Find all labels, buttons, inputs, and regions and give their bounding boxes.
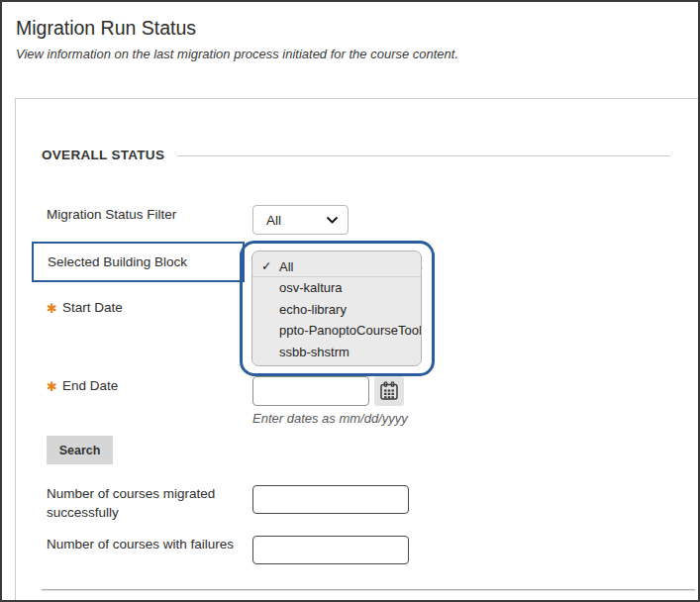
search-button[interactable]: Search [47,436,113,464]
end-date-calendar-button[interactable] [374,376,404,406]
menu-item-label: All [279,259,293,274]
section-divider [177,155,670,156]
section-heading: OVERALL STATUS [42,148,164,162]
section-header: OVERALL STATUS [42,148,670,162]
end-date-label: End Date [62,378,118,393]
courses-migrated-input[interactable] [252,485,409,514]
menu-item-label: ppto-PanoptoCourseTool [279,323,422,338]
menu-item-echo-library[interactable]: echo-library [252,299,421,320]
migration-status-selected-value: All [266,213,281,228]
courses-failures-label: Number of courses with failures [47,537,234,552]
page-title: Migration Run Status [16,17,196,40]
check-icon: ✓ [261,256,271,277]
required-icon: ✱ [47,379,57,394]
bottom-divider [42,589,695,590]
date-format-hint: Enter dates as mm/dd/yyyy [252,411,408,426]
required-icon: ✱ [47,301,57,316]
building-block-dropdown-menu: ✓ All osv-kaltura echo-library ppto-Pano… [251,251,422,366]
start-date-label: Start Date [62,300,123,315]
menu-item-ssbb-shstrm[interactable]: ssbb-shstrm [252,342,421,362]
chevron-down-icon [327,217,338,224]
menu-item-ppto-panoptocoursetool[interactable]: ppto-PanoptoCourseTool [252,320,421,341]
menu-item-label: echo-library [279,302,347,317]
end-date-input[interactable] [252,376,369,406]
menu-item-label: osv-kaltura [279,280,343,295]
migration-status-filter-label: Migration Status Filter [47,207,176,222]
calendar-icon [378,380,400,402]
selected-building-block-highlight: Selected Building Block [32,242,245,282]
courses-failures-input[interactable] [252,536,409,564]
menu-item-label: ssbb-shstrm [279,345,350,359]
courses-migrated-label: Number of courses migrated successfully [47,485,250,522]
migration-run-status-page: Migration Run Status View information on… [0,0,700,602]
page-subtitle: View information on the last migration p… [16,47,458,61]
menu-item-osv-kaltura[interactable]: osv-kaltura [252,277,421,298]
migration-status-select[interactable]: All [252,205,349,235]
selected-building-block-label: Selected Building Block [48,254,187,269]
menu-item-all[interactable]: ✓ All [252,256,421,277]
building-block-dropdown-callout: ✓ All osv-kaltura echo-library ppto-Pano… [240,241,435,376]
